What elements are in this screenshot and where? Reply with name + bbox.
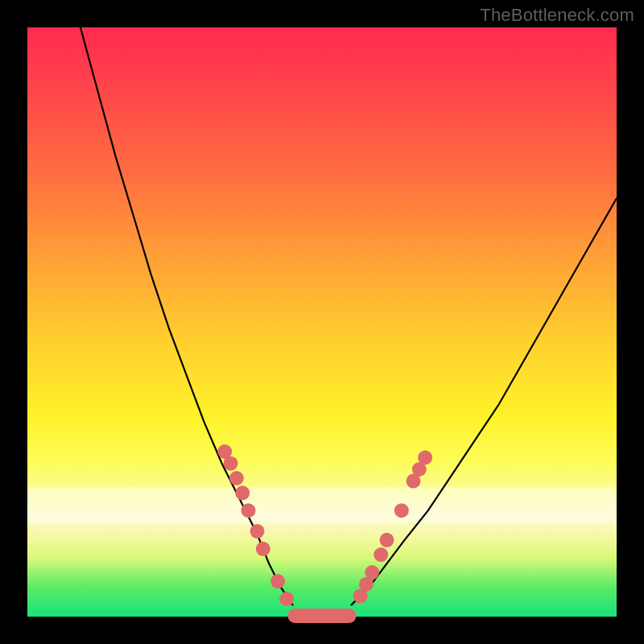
marker-group-right <box>353 450 432 603</box>
watermark-text: TheBottleneck.com <box>480 5 634 26</box>
marker-dot <box>365 565 379 580</box>
chart-frame: TheBottleneck.com <box>0 0 644 644</box>
marker-dot <box>394 503 409 518</box>
marker-group-left <box>217 444 294 606</box>
floor-pill <box>287 609 356 623</box>
curve-left <box>80 27 293 605</box>
marker-dot <box>242 503 256 518</box>
plot-area <box>27 27 617 617</box>
marker-dot <box>380 533 394 547</box>
marker-dot <box>224 456 238 471</box>
marker-dot <box>250 524 265 539</box>
marker-dot <box>229 471 244 485</box>
marker-dot <box>256 542 270 556</box>
marker-dot <box>374 547 388 562</box>
marker-dot <box>270 574 285 588</box>
marker-dot <box>279 592 294 606</box>
marker-dot <box>418 450 432 464</box>
marker-dot <box>235 485 250 500</box>
chart-svg <box>27 27 617 617</box>
